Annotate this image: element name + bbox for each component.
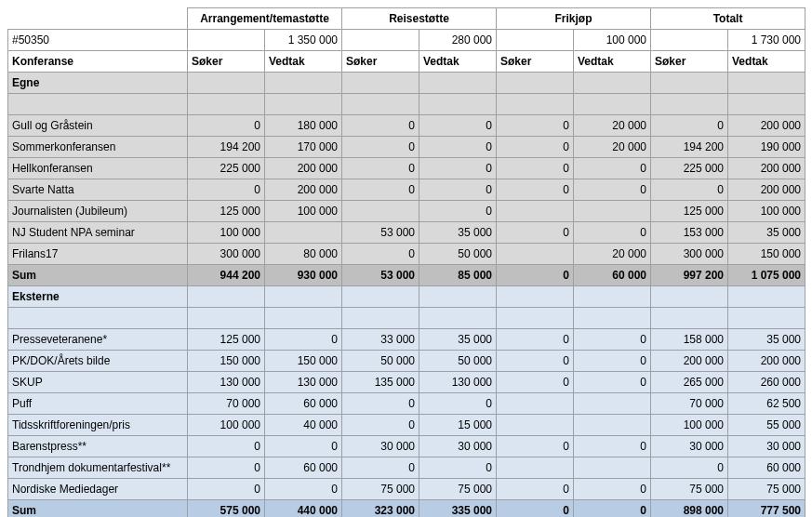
cell: 35 000 [728, 329, 805, 351]
cell [497, 457, 574, 479]
cell: 0 [342, 393, 419, 415]
sum-cell: 944 200 [188, 265, 265, 286]
egne-row-6: Frilans17300 00080 000050 00020 000300 0… [8, 244, 805, 265]
cell: 225 000 [188, 158, 265, 179]
cell: 150 000 [188, 351, 265, 372]
eksterne-label: Eksterne [8, 286, 188, 308]
row-name: Presseveteranene* [8, 329, 188, 351]
cell [497, 244, 574, 265]
cell: 125 000 [651, 201, 728, 222]
cell: 158 000 [651, 329, 728, 351]
cell: 0 [419, 201, 497, 222]
eksterne-row-3: Puff70 00060 0000070 00062 500 [8, 393, 805, 415]
cell: 150 000 [265, 351, 342, 372]
cell: 60 000 [265, 393, 342, 415]
group-header-2: Frikjøp [497, 8, 651, 30]
sum-cell: 930 000 [265, 265, 342, 286]
cell: 200 000 [728, 351, 805, 372]
cell: 30 000 [728, 436, 805, 457]
row-name: Gull og Gråstein [8, 115, 188, 137]
eksterne-sum-row: Sum575 000440 000323 000335 00000898 000… [8, 500, 805, 518]
cell: 0 [574, 222, 651, 244]
cell: 135 000 [342, 372, 419, 393]
egne-row-3: Svarte Natta0200 00000000200 000 [8, 179, 805, 201]
subcol-4: Søker [497, 51, 574, 73]
header-budget: #503501 350 000280 000100 0001 730 000 [8, 30, 805, 51]
cell: 0 [574, 179, 651, 201]
cell: 100 000 [265, 201, 342, 222]
sum-cell: 440 000 [265, 500, 342, 518]
cell: 300 000 [188, 244, 265, 265]
cell: 200 000 [728, 158, 805, 179]
cell: 200 000 [265, 158, 342, 179]
cell: 0 [342, 137, 419, 158]
cell: 0 [342, 115, 419, 137]
cell: 100 000 [188, 415, 265, 436]
cell: 0 [574, 329, 651, 351]
sum-cell: 323 000 [342, 500, 419, 518]
cell [342, 201, 419, 222]
cell: 0 [419, 179, 497, 201]
sum-cell: 85 000 [419, 265, 497, 286]
egne-row-1: Sommerkonferansen194 200170 00000020 000… [8, 137, 805, 158]
cell: 0 [574, 479, 651, 500]
budget-table: Arrangement/temastøtteReisestøtteFrikjøp… [7, 7, 805, 517]
egne-sum-row: Sum944 200930 00053 00085 000060 000997 … [8, 265, 805, 286]
cell [574, 201, 651, 222]
sum-cell: 0 [497, 500, 574, 518]
eksterne-row-1: PK/DOK/Årets bilde150 000150 00050 00050… [8, 351, 805, 372]
sum-cell: 53 000 [342, 265, 419, 286]
cell: 50 000 [419, 244, 497, 265]
cell: 55 000 [728, 415, 805, 436]
cell: 20 000 [574, 244, 651, 265]
cell: 150 000 [728, 244, 805, 265]
cell [574, 457, 651, 479]
eksterne-blank-row [8, 308, 805, 329]
cell: 75 000 [728, 479, 805, 500]
cell: 0 [497, 115, 574, 137]
header-groups: Arrangement/temastøtteReisestøtteFrikjøp… [8, 8, 805, 30]
cell: 0 [497, 158, 574, 179]
row-name: Journalisten (Jubileum) [8, 201, 188, 222]
row-name: Svarte Natta [8, 179, 188, 201]
cell: 200 000 [265, 179, 342, 201]
conf-label: Konferanse [8, 51, 188, 73]
sum-cell: 575 000 [188, 500, 265, 518]
cell: 190 000 [728, 137, 805, 158]
cell: 0 [497, 179, 574, 201]
cell: 300 000 [651, 244, 728, 265]
cell: 62 500 [728, 393, 805, 415]
eksterne-row-2: SKUP130 000130 000135 000130 00000265 00… [8, 372, 805, 393]
cell: 0 [188, 457, 265, 479]
cell: 75 000 [342, 479, 419, 500]
cell: 200 000 [651, 351, 728, 372]
cell: 0 [419, 137, 497, 158]
cell: 0 [265, 436, 342, 457]
cell: 0 [419, 115, 497, 137]
cell: 0 [497, 436, 574, 457]
cell: 0 [419, 457, 497, 479]
cell: 170 000 [265, 137, 342, 158]
row-name: Trondhjem dokumentarfestival** [8, 457, 188, 479]
cell: 35 000 [419, 329, 497, 351]
egne-blank-row [8, 94, 805, 115]
egne-label-row: Egne [8, 73, 805, 94]
cell: 35 000 [728, 222, 805, 244]
cell: 33 000 [342, 329, 419, 351]
egne-row-0: Gull og Gråstein0180 00000020 0000200 00… [8, 115, 805, 137]
cell: 0 [574, 372, 651, 393]
cell: 70 000 [188, 393, 265, 415]
cell: 0 [497, 479, 574, 500]
egne-label: Egne [8, 73, 188, 94]
egne-row-4: Journalisten (Jubileum)125 000100 000012… [8, 201, 805, 222]
eksterne-row-5: Barenstpress**0030 00030 0000030 00030 0… [8, 436, 805, 457]
cell: 75 000 [419, 479, 497, 500]
subcol-2: Søker [342, 51, 419, 73]
cell: 0 [574, 436, 651, 457]
cell: 0 [497, 222, 574, 244]
budget-0: 1 350 000 [265, 30, 342, 51]
sum-label: Sum [8, 500, 188, 518]
row-name: Sommerkonferansen [8, 137, 188, 158]
row-name: Barenstpress** [8, 436, 188, 457]
cell: 0 [574, 158, 651, 179]
